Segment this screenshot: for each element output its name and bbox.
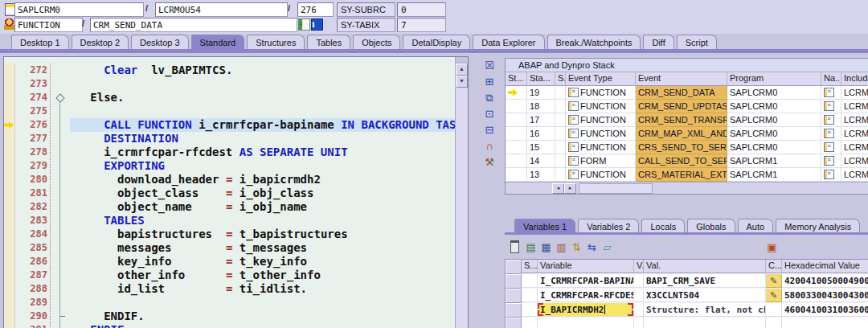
- stack-navigate-cell[interactable]: ≡: [821, 141, 841, 154]
- vars-tab-variables-1[interactable]: Variables 1: [514, 219, 575, 233]
- configure-icon[interactable]: ⚒: [483, 156, 496, 168]
- code-text[interactable]: other_info = t_other_info: [70, 269, 455, 282]
- info-icon[interactable]: i: [311, 18, 323, 31]
- editor-vertical-scrollbar[interactable]: ▲ ▼: [455, 57, 468, 328]
- vars-column-header[interactable]: Hexadecimal Value: [782, 260, 868, 273]
- code-text[interactable]: ENDIF.: [70, 323, 455, 328]
- fold-gutter[interactable]: [51, 77, 70, 91]
- breakpoint-gutter[interactable]: [4, 159, 15, 173]
- breakpoint-gutter[interactable]: [4, 91, 15, 105]
- stack-row[interactable]: 18≡FUNCTIONCRM_SEND_UPDTASKSAPLCRM0≡LCRM…: [506, 100, 868, 113]
- include-field[interactable]: LCRMOU54: [155, 2, 288, 17]
- code-text[interactable]: id_list = ti_idlist.: [70, 282, 455, 296]
- navigate-icon[interactable]: ≡: [824, 88, 834, 97]
- stack-navigate-cell[interactable]: ≡: [821, 100, 841, 113]
- navigate-icon[interactable]: ≡: [824, 101, 834, 111]
- source-info-icon[interactable]: ≡: [298, 18, 310, 31]
- sy-subrc-value[interactable]: 0: [397, 2, 446, 17]
- fold-gutter[interactable]: [51, 228, 70, 241]
- folder-icon[interactable]: ▱: [601, 241, 613, 253]
- code-text[interactable]: TABLES: [70, 214, 455, 228]
- row-selector[interactable]: [506, 318, 522, 328]
- vars-column-header[interactable]: V...: [634, 260, 644, 273]
- fold-gutter[interactable]: [51, 159, 70, 173]
- stack-navigate-cell[interactable]: ≡: [821, 154, 841, 168]
- scroll-up-icon[interactable]: ▲: [456, 64, 468, 76]
- breakpoint-gutter[interactable]: [4, 228, 15, 241]
- fold-gutter[interactable]: [51, 64, 70, 77]
- tab-tables[interactable]: Tables: [307, 35, 350, 49]
- scrollbar-grip[interactable]: [456, 57, 468, 64]
- new-session-icon[interactable]: ⊞: [483, 76, 496, 88]
- tab-structures[interactable]: Structures: [247, 35, 305, 49]
- stack-column-header[interactable]: Event Type: [566, 72, 636, 86]
- variable-value-cell[interactable]: Structure: flat, not cha..: [644, 303, 766, 317]
- vars-column-header[interactable]: Val.: [644, 260, 766, 273]
- vars-tab-memory-analysis[interactable]: Memory Analysis: [776, 219, 860, 233]
- fold-gutter[interactable]: [51, 255, 70, 269]
- fold-gutter[interactable]: [51, 282, 70, 296]
- code-text[interactable]: Clear lv_BAPIMTCS.: [70, 64, 455, 77]
- stack-row[interactable]: 16≡FUNCTIONCRM_MAP_XML_AND_SE..SAPLCRM0≡…: [506, 127, 868, 141]
- vars-tab-variables-2[interactable]: Variables 2: [578, 219, 639, 233]
- code-text[interactable]: key_info = t_key_info: [70, 255, 455, 269]
- stack-row[interactable]: 14≡FORMCALL_SEND_TO_SERVERSAPLCRM1≡LCRM1…: [506, 154, 868, 168]
- breakpoint-gutter[interactable]: [4, 255, 15, 269]
- vars-tab-locals[interactable]: Locals: [641, 219, 685, 233]
- fold-gutter[interactable]: [51, 187, 70, 200]
- vars-column-header[interactable]: C...: [766, 260, 782, 273]
- code-text[interactable]: [70, 296, 455, 310]
- fold-gutter[interactable]: [51, 200, 70, 214]
- row-selector[interactable]: [506, 289, 522, 303]
- event-field[interactable]: CRM_SEND_DATA: [90, 18, 297, 32]
- navigate-icon[interactable]: ≡: [824, 142, 834, 152]
- scroll-down-icon[interactable]: ▼: [456, 76, 468, 88]
- swap-icon[interactable]: ⇅: [571, 241, 583, 253]
- variable-row[interactable]: I_BAPICRMDH2Structure: flat, not cha..46…: [506, 303, 868, 318]
- split-view-icon[interactable]: ⊟: [483, 124, 496, 136]
- breakpoint-gutter[interactable]: [4, 323, 15, 328]
- code-text[interactable]: i_crmrfcpar-rfcdest AS SEPARATE UNIT: [70, 146, 455, 159]
- navigate-icon[interactable]: ≡: [824, 156, 834, 166]
- program-field[interactable]: SAPLCRM0: [14, 2, 144, 17]
- variable-value-cell[interactable]: X3CCLNT504: [644, 289, 766, 302]
- vars-tab-globals[interactable]: Globals: [687, 219, 735, 233]
- breakpoint-gutter[interactable]: [4, 241, 15, 255]
- move-icon[interactable]: ⇆: [586, 241, 598, 253]
- stack-column-header[interactable]: Program: [727, 72, 821, 86]
- vars-column-header[interactable]: Variable: [538, 260, 634, 273]
- variable-row[interactable]: I_CRMRFCPAR-BAPINAMEBAPI_CRM_SAVE✎420041…: [506, 274, 868, 289]
- stack-column-header[interactable]: Na...: [821, 72, 841, 86]
- maximize-icon[interactable]: ⊡: [483, 108, 496, 120]
- vars-tab-auto[interactable]: Auto: [738, 219, 774, 233]
- breakpoint-gutter[interactable]: [4, 214, 15, 228]
- breakpoint-gutter[interactable]: [4, 296, 15, 310]
- breakpoint-gutter[interactable]: [4, 187, 15, 200]
- stack-column-header[interactable]: Sta...: [527, 72, 555, 86]
- code-text[interactable]: Else.: [70, 91, 455, 105]
- save-icon[interactable]: ▣: [766, 241, 778, 253]
- fold-gutter[interactable]: [51, 91, 70, 105]
- row-selector[interactable]: [506, 303, 522, 318]
- scrollbar-thumb[interactable]: [579, 183, 653, 194]
- tab-standard[interactable]: Standard: [191, 35, 245, 49]
- fold-gutter[interactable]: [51, 105, 70, 118]
- code-text[interactable]: object_class = i_obj_class: [70, 187, 455, 200]
- cascade-windows-icon[interactable]: ⧉: [483, 92, 496, 104]
- code-text[interactable]: DESTINATION: [70, 132, 455, 146]
- stack-column-header[interactable]: St...: [506, 72, 527, 86]
- stack-navigate-cell[interactable]: ≡: [821, 113, 841, 127]
- stack-row[interactable]: 13≡FUNCTIONCRS_MATERIAL_EXTRACTSAPLCRM1≡…: [506, 168, 868, 182]
- headset-icon[interactable]: ∩: [483, 140, 496, 152]
- navigate-icon[interactable]: ≡: [824, 115, 834, 125]
- navigate-icon[interactable]: ≡: [824, 170, 834, 179]
- tab-detaldisplay[interactable]: DetalDisplay: [403, 35, 470, 49]
- tab-desktop-3[interactable]: Desktop 3: [131, 35, 189, 49]
- code-text[interactable]: EXPORTING: [70, 159, 455, 173]
- fold-gutter[interactable]: [51, 310, 70, 323]
- stack-navigate-cell[interactable]: ≡: [821, 168, 841, 182]
- stack-navigate-cell[interactable]: ≡: [821, 86, 841, 100]
- vars-column-header[interactable]: S...: [522, 260, 538, 273]
- breakpoint-gutter[interactable]: [4, 146, 15, 159]
- code-text[interactable]: messages = t_messages: [70, 241, 455, 255]
